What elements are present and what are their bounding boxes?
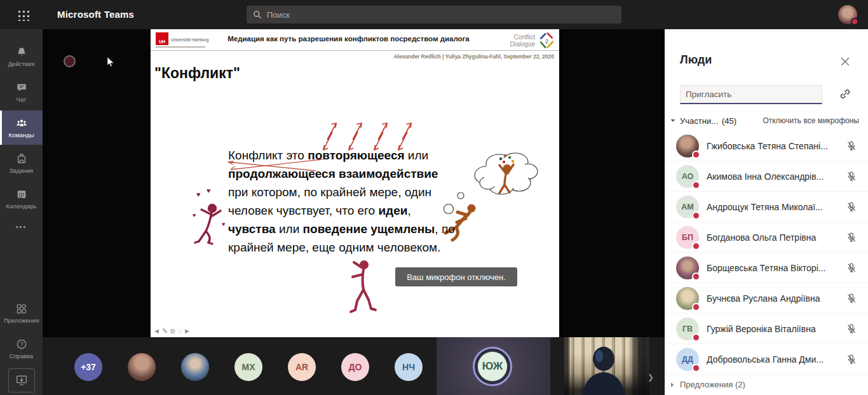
participant-row[interactable]: Гжибовська Тетяна Степані... xyxy=(665,131,868,161)
participant-name: Гжибовська Тетяна Степані... xyxy=(707,141,837,151)
participant-avatar-wrap xyxy=(676,135,699,157)
people-panel: Люди Участни... (45) Отключить все микро… xyxy=(665,29,868,395)
slide-nav-icon[interactable]: ✎ xyxy=(162,327,168,335)
participant-list: Гжибовська Тетяна Степані... АО Акимова … xyxy=(665,131,868,375)
participant-row[interactable]: БП Богданова Ольга Петрівна xyxy=(665,222,868,253)
video-participant-silhouette xyxy=(564,337,649,395)
scroll-right-icon[interactable]: ❯ xyxy=(648,373,654,382)
slide-body-segment: поведение ущемлены xyxy=(303,222,435,236)
slide-body-segment: Конфликт это xyxy=(228,149,308,162)
chevron-down-icon[interactable] xyxy=(670,117,676,124)
participant-bubble[interactable]: AR xyxy=(288,353,316,381)
slide-body-segment: идеи xyxy=(378,204,407,217)
download-desktop-app-button[interactable] xyxy=(8,368,35,392)
sidebar-rail: Действия Чат Команды Задания xyxy=(0,29,43,395)
mic-muted-icon[interactable] xyxy=(845,231,858,244)
slide-nav-icon[interactable]: ◄ xyxy=(153,327,160,335)
slide-nav-icon[interactable]: ► xyxy=(184,327,191,335)
copy-link-icon[interactable] xyxy=(839,88,851,100)
invite-input[interactable] xyxy=(681,86,822,103)
mic-muted-icon[interactable] xyxy=(845,292,858,305)
profile-avatar[interactable] xyxy=(838,5,857,24)
people-panel-title: Люди xyxy=(680,53,712,67)
presence-busy-dot xyxy=(692,333,700,342)
close-icon[interactable] xyxy=(840,57,850,67)
sidebar-item-teams[interactable]: Команды xyxy=(0,110,43,145)
presence-busy-dot xyxy=(692,242,700,250)
mic-muted-icon[interactable] xyxy=(845,262,858,274)
active-speaker-tile[interactable]: ЮЖ xyxy=(437,337,550,395)
slide-header-divider xyxy=(151,50,559,51)
mic-muted-icon[interactable] xyxy=(845,353,858,366)
participant-row[interactable]: Бучнєва Руслана Андріївна xyxy=(665,283,868,314)
conflict-dialogue-logo: Conflict Dialogue 2 xyxy=(510,31,556,50)
participant-row[interactable]: АМ Андрощук Тетяна Миколаї... xyxy=(665,192,868,222)
svg-text:♥: ♥ xyxy=(222,221,225,227)
participant-avatar-wrap: ГВ xyxy=(676,318,699,340)
svg-text:?: ? xyxy=(20,341,23,347)
mic-muted-icon[interactable] xyxy=(845,201,858,213)
recording-indicator-icon xyxy=(64,55,76,67)
apps-icon xyxy=(15,302,28,315)
slide-nav-icon[interactable]: ◌ xyxy=(177,327,182,335)
teams-icon xyxy=(15,117,28,130)
app-launcher-icon[interactable] xyxy=(17,9,29,21)
slide-toolbar: ◄✎⊜◌► xyxy=(153,327,191,335)
calendar-icon xyxy=(15,188,28,201)
sidebar-item-activity[interactable]: Действия xyxy=(0,39,43,74)
dancing-figure-decoration: ♥♥ ♥♥ xyxy=(193,188,229,255)
slide-nav-icon[interactable]: ⊜ xyxy=(170,327,175,335)
suggestions-label: Предложения (2) xyxy=(680,380,745,389)
participant-bubble[interactable]: ДО xyxy=(341,353,369,381)
participant-row[interactable]: ГВ Гуржій Вероніка Віталіївна xyxy=(665,314,868,344)
participant-bubble[interactable]: НЧ xyxy=(395,353,423,381)
shared-presentation-slide: UH Universität Hamburg Медиация как путь… xyxy=(151,29,559,337)
sidebar-item-chat[interactable]: Чат xyxy=(0,75,43,109)
svg-text:♥: ♥ xyxy=(193,212,196,218)
participant-avatar-wrap xyxy=(676,287,699,310)
search-box[interactable] xyxy=(247,6,621,23)
presence-busy-dot xyxy=(851,18,858,25)
participant-bubble[interactable]: MX xyxy=(234,353,262,381)
participant-name: Добровольська Ганна Дми... xyxy=(707,354,837,365)
presence-busy-dot xyxy=(692,364,700,372)
suggestions-section-header[interactable]: Предложения (2) xyxy=(670,380,745,389)
sidebar-item-assignments[interactable]: Задания xyxy=(0,146,43,180)
presence-busy-dot xyxy=(692,181,700,189)
participant-name: Гуржій Вероніка Віталіївна xyxy=(707,324,837,334)
sidebar-item-more[interactable]: ••• xyxy=(0,218,43,235)
participant-bubble[interactable] xyxy=(181,353,209,381)
participant-row[interactable]: ДД Добровольська Ганна Дми... xyxy=(665,344,868,375)
participant-video-tile[interactable] xyxy=(564,337,649,395)
mic-muted-icon[interactable] xyxy=(845,323,858,335)
presence-busy-dot xyxy=(692,272,700,281)
search-input[interactable] xyxy=(267,10,615,20)
participant-bubble[interactable]: +37 xyxy=(74,353,102,381)
participant-name: Бучнєва Руслана Андріївна xyxy=(707,293,837,304)
participant-avatar-wrap: БП xyxy=(676,226,699,249)
sidebar-item-help[interactable]: ? Справка xyxy=(0,331,43,366)
sidebar-item-label: Действия xyxy=(8,60,35,67)
sidebar-item-label: Календарь xyxy=(6,203,37,210)
presence-busy-dot xyxy=(692,211,700,220)
presence-busy-dot xyxy=(692,303,700,311)
svg-text:2: 2 xyxy=(545,38,548,44)
conflict-dialogue-diamond-icon: 2 xyxy=(537,31,556,50)
mute-all-button[interactable]: Отключить все микрофоны xyxy=(763,116,859,125)
sidebar-item-label: Задания xyxy=(10,167,34,174)
participant-bubble[interactable] xyxy=(128,353,156,381)
participant-row[interactable]: Борщевська Тетяна Вікторі... xyxy=(665,253,868,283)
invite-input-wrap xyxy=(680,85,822,104)
participant-row[interactable]: АО Акимова Інна Олександрів... xyxy=(665,161,868,192)
university-motto-line xyxy=(156,46,205,48)
sidebar-item-apps[interactable]: Приложения xyxy=(0,296,43,330)
participant-avatar-wrap xyxy=(676,257,699,279)
top-bar: Microsoft Teams xyxy=(0,0,868,29)
sidebar-item-calendar[interactable]: Календарь xyxy=(0,182,43,216)
participant-name: Акимова Інна Олександрів... xyxy=(707,171,837,182)
mic-muted-icon[interactable] xyxy=(845,140,858,152)
participant-name: Богданова Ольга Петрівна xyxy=(707,232,837,243)
pondering-figure-decoration xyxy=(345,257,382,315)
participants-section-label[interactable]: Участни... xyxy=(680,116,718,126)
mic-muted-icon[interactable] xyxy=(845,170,858,183)
